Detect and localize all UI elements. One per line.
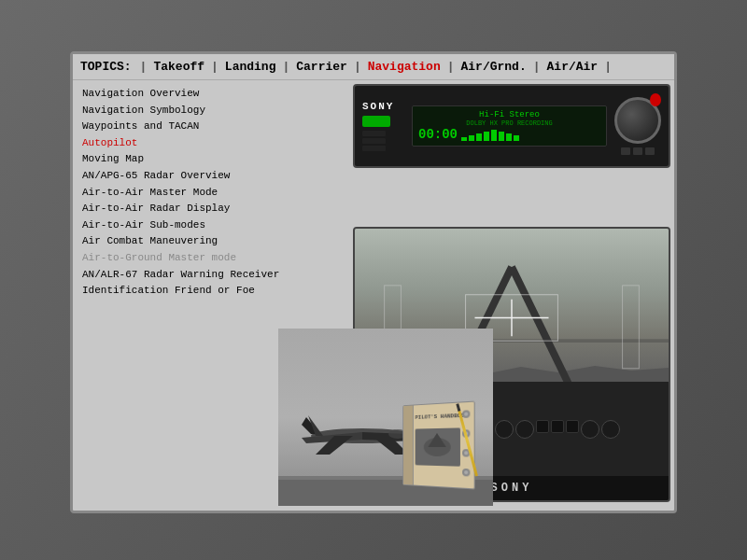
sidebar-item-a2g-master[interactable]: Air-to-Ground Master mode xyxy=(82,250,269,267)
sidebar-item-iff[interactable]: Identification Friend or Foe xyxy=(82,283,269,300)
bar-6 xyxy=(499,132,504,141)
receiver-time: 00:00 xyxy=(418,127,458,142)
sidebar-item-nav-symbology[interactable]: Navigation Symbology xyxy=(82,103,269,119)
manual-spine xyxy=(403,405,414,484)
nav-sep-0: | xyxy=(140,60,148,74)
content-area: Navigation Overview Navigation Symbology… xyxy=(73,80,674,506)
nav-item-airgrnd[interactable]: Air/Grnd. xyxy=(459,60,529,74)
topics-label: TOPICS: xyxy=(80,60,132,74)
receiver-display-text: Hi-Fi Stereo xyxy=(418,110,600,119)
bar-3 xyxy=(476,133,482,141)
bottom-illustration: PILOT'S HANDBOOK xyxy=(278,329,493,506)
receiver-btn-2[interactable] xyxy=(633,147,642,155)
nav-item-ailair[interactable]: Air/Air xyxy=(545,60,600,74)
bar-5 xyxy=(491,130,497,141)
sidebar-item-acm[interactable]: Air Combat Maneuvering xyxy=(82,233,269,250)
nav-sep-5: | xyxy=(533,60,541,74)
receiver-brand: SONY xyxy=(362,101,404,112)
sony-receiver: SONY Hi-Fi Stereo DOLBY HX PRO RECORDING… xyxy=(353,84,670,168)
receiver-btn-1[interactable] xyxy=(621,147,630,155)
cockpit-sony-label: SONY xyxy=(491,482,533,495)
receiver-time-row: 00:00 xyxy=(418,127,600,142)
nav-bar: TOPICS: | Takeoff | Landing | Carrier | … xyxy=(73,54,674,80)
instr-11 xyxy=(581,420,599,439)
right-content: SONY Hi-Fi Stereo DOLBY HX PRO RECORDING… xyxy=(278,80,674,506)
svg-rect-7 xyxy=(623,286,640,369)
nav-sep-2: | xyxy=(282,60,289,74)
receiver-btn-3[interactable] xyxy=(645,147,655,155)
nav-sep-3: | xyxy=(354,60,361,74)
receiver-small-btns xyxy=(621,147,655,155)
sidebar-item-moving-map[interactable]: Moving Map xyxy=(82,151,269,168)
main-frame: TOPICS: | Takeoff | Landing | Carrier | … xyxy=(70,51,677,513)
nav-sep-4: | xyxy=(447,60,455,74)
sidebar-item-a2a-radar[interactable]: Air-to-Air Radar Display xyxy=(82,201,269,217)
receiver-display: Hi-Fi Stereo DOLBY HX PRO RECORDING 00:0… xyxy=(412,105,607,147)
sidebar-item-a2a-submodes[interactable]: Air-to-Air Sub-modes xyxy=(82,217,269,234)
receiver-display-subtext: DOLBY HX PRO RECORDING xyxy=(418,119,600,127)
sidebar-item-alr67[interactable]: AN/ALR-67 Radar Warning Receiver xyxy=(82,267,269,284)
instr-10 xyxy=(566,420,579,433)
receiver-right-panel xyxy=(614,97,661,155)
manual-cover-art xyxy=(416,427,460,466)
instr-9 xyxy=(551,420,564,433)
nav-item-takeoff[interactable]: Takeoff xyxy=(151,60,206,74)
ring-4 xyxy=(462,469,470,477)
bar-7 xyxy=(506,133,512,141)
bar-1 xyxy=(461,137,467,141)
nav-item-navigation[interactable]: Navigation xyxy=(366,60,443,74)
instr-6 xyxy=(495,420,514,439)
sidebar-item-apg65[interactable]: AN/APG-65 Radar Overview xyxy=(82,168,269,185)
nav-sep-1: | xyxy=(211,60,218,74)
sidebar-item-waypoints[interactable]: Waypoints and TACAN xyxy=(82,119,269,135)
ring-1 xyxy=(462,410,470,418)
sidebar-item-autopilot[interactable]: Autopilot xyxy=(82,135,269,152)
bar-4 xyxy=(484,132,489,141)
sidebar: Navigation Overview Navigation Symbology… xyxy=(73,80,278,506)
sidebar-item-nav-overview[interactable]: Navigation Overview xyxy=(82,86,269,103)
nav-item-carrier[interactable]: Carrier xyxy=(294,60,349,74)
instr-12 xyxy=(601,420,620,439)
receiver-left-panel: SONY xyxy=(362,101,404,151)
receiver-red-indicator xyxy=(650,93,661,106)
instr-8 xyxy=(536,420,549,433)
instr-7 xyxy=(515,420,534,439)
nav-sep-6: | xyxy=(604,60,612,74)
receiver-power-btn[interactable] xyxy=(362,116,390,127)
receiver-bars xyxy=(461,128,519,141)
bar-8 xyxy=(514,135,519,141)
sidebar-item-a2a-master[interactable]: Air-to-Air Master Mode xyxy=(82,185,269,202)
nav-item-landing[interactable]: Landing xyxy=(223,60,278,74)
bar-2 xyxy=(469,135,474,141)
manual-book: PILOT'S HANDBOOK xyxy=(402,401,474,490)
